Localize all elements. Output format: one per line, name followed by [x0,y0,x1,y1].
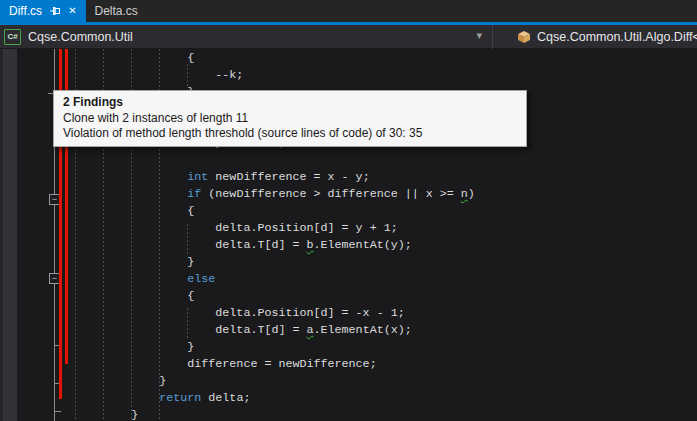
findings-tooltip-line: Clone with 2 instances of length 11 [63,111,517,126]
code-token: .ElementAt(y); [314,238,412,252]
code-token: int [187,170,208,184]
tab-diff-cs[interactable]: Diff.cs ✕ [0,0,86,22]
vs-editor-window: Diff.cs ✕ Delta.cs C# Cqse.Common.Util ▾ [0,0,697,421]
code-line[interactable]: difference = newDifference; [47,356,475,373]
tab-delta-cs-label: Delta.cs [95,4,138,18]
tab-delta-cs[interactable]: Delta.cs [86,0,147,22]
code-line[interactable] [47,152,475,169]
findings-tooltip-title: 2 Findings [63,95,517,110]
code-token: delta.Position[d] = -x - 1; [47,306,405,320]
code-token: (newDifference > difference || x >= [201,187,461,201]
code-token: delta; [201,391,250,405]
code-token: } [47,374,166,388]
code-token: delta.Position[d] = y + 1; [47,221,398,235]
code-token: difference = newDifference; [47,357,377,371]
code-token: .ElementAt(x); [314,323,412,337]
chevron-down-icon[interactable]: ▾ [476,29,482,42]
code-line[interactable]: } [47,339,475,356]
code-token: a [307,323,314,337]
code-token: delta.T[d] = [47,323,307,337]
type-dropdown[interactable]: Cqse.Common.Util.Algo.Diff<T [493,25,697,48]
project-dropdown-value: Cqse.Common.Util [28,30,133,44]
code-line[interactable]: else [47,271,475,288]
code-token: else [187,272,215,286]
code-token: ) [468,187,475,201]
code-token: { [47,204,194,218]
code-line[interactable]: { [47,203,475,220]
code-token: if [187,187,201,201]
type-dropdown-value: Cqse.Common.Util.Algo.Diff<T [537,30,697,44]
code-token [47,170,187,184]
pin-icon[interactable] [49,5,61,17]
code-line[interactable]: return delta; [47,390,475,407]
code-token: { [47,51,194,65]
tab-diff-cs-label: Diff.cs [9,4,42,18]
code-line[interactable]: { [47,288,475,305]
code-token: b [307,238,314,252]
project-dropdown[interactable]: C# Cqse.Common.Util ▾ [0,25,492,48]
code-line[interactable]: } [47,254,475,271]
code-token: newDifference = x - y; [208,170,369,184]
code-token: n [461,187,468,201]
code-token: --k; [47,68,243,82]
code-line[interactable]: { [47,50,475,67]
code-line[interactable]: delta.T[d] = a.ElementAt(x); [47,322,475,339]
code-token: } [47,255,194,269]
code-token [47,272,187,286]
code-token: return [159,391,201,405]
code-token: { [47,289,194,303]
code-token: } [47,408,138,421]
class-icon [517,30,531,44]
code-line[interactable]: } [47,373,475,390]
code-token [47,391,159,405]
navigation-bar: C# Cqse.Common.Util ▾ Cqse.Common.Util.A… [0,25,697,49]
findings-tooltip-line: Violation of method length threshold (so… [63,126,517,141]
glyph-margin [0,49,17,421]
tab-bar: Diff.cs ✕ Delta.cs [0,0,697,22]
code-line[interactable]: delta.Position[d] = -x - 1; [47,305,475,322]
code-line[interactable]: delta.Position[d] = y + 1; [47,220,475,237]
code-line[interactable]: if (newDifference > difference || x >= n… [47,186,475,203]
close-icon[interactable]: ✕ [68,6,76,16]
csharp-project-icon: C# [4,29,21,45]
code-line[interactable]: } [47,407,475,421]
code-line[interactable]: delta.T[d] = b.ElementAt(y); [47,237,475,254]
code-line[interactable]: --k; [47,67,475,84]
code-line[interactable]: int newDifference = x - y; [47,169,475,186]
code-token [47,187,187,201]
code-token: } [47,340,194,354]
findings-tooltip: 2 Findings Clone with 2 instances of len… [53,90,527,147]
code-token: delta.T[d] = [47,238,307,252]
